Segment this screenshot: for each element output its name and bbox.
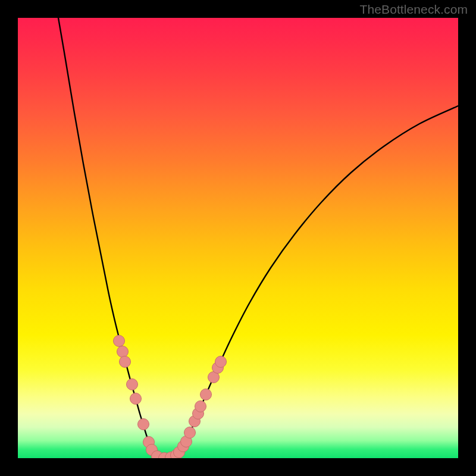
data-marker (130, 393, 142, 405)
bottleneck-curve (58, 18, 458, 458)
data-markers (114, 336, 227, 459)
data-marker (195, 401, 206, 412)
data-marker (114, 336, 125, 347)
data-marker (127, 379, 138, 390)
data-marker (184, 427, 196, 439)
data-marker (138, 419, 149, 430)
attribution-text: TheBottleneck.com (360, 2, 468, 17)
data-marker (215, 356, 227, 368)
data-marker (117, 346, 129, 358)
chart-frame: TheBottleneck.com (0, 0, 476, 476)
curve-layer (18, 18, 458, 458)
data-marker (120, 356, 131, 368)
plot-area (18, 18, 458, 458)
data-marker (201, 389, 212, 400)
